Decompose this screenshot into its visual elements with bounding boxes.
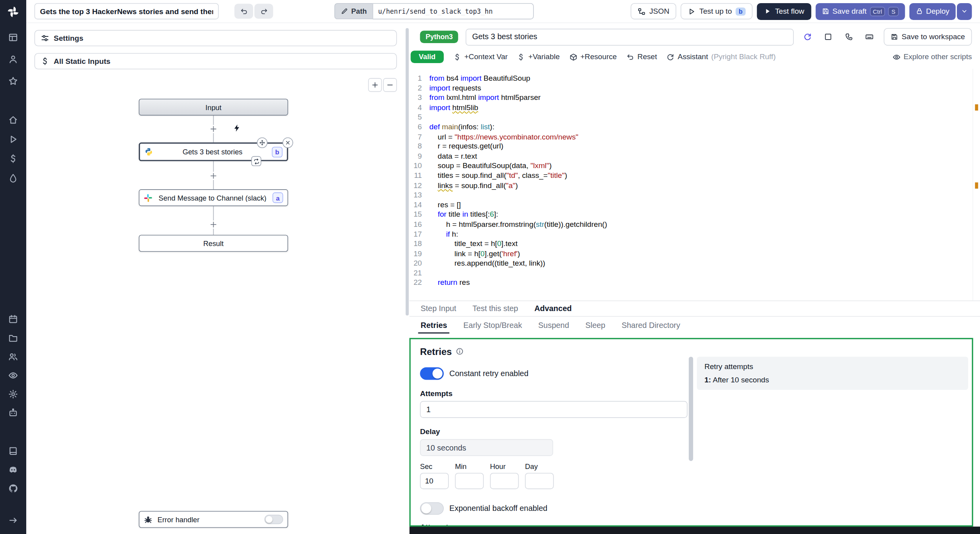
static-inputs-button[interactable]: All Static Inputs <box>34 53 397 69</box>
valid-badge: Valid <box>411 51 444 63</box>
save-draft-button[interactable]: Save draft Ctrl S <box>815 3 905 20</box>
eye-icon[interactable] <box>8 370 18 380</box>
folder-icon[interactable] <box>8 333 18 343</box>
add-context-var-button[interactable]: +Context Var <box>453 52 508 61</box>
delete-node-button[interactable] <box>283 138 293 148</box>
tab-step-input[interactable]: Step Input <box>412 301 464 316</box>
language-badge: Python3 <box>420 31 458 43</box>
info-icon[interactable] <box>456 347 464 355</box>
code-line: 8 r = requests.get(url) <box>409 142 980 152</box>
users-icon[interactable] <box>8 352 18 362</box>
flow-node-result[interactable]: Result <box>139 235 288 252</box>
worker-icon[interactable] <box>8 408 18 418</box>
flow-title-input[interactable] <box>34 3 219 19</box>
retries-scrollbar[interactable] <box>689 357 693 461</box>
sync-button[interactable] <box>801 31 813 43</box>
zoom-in-button[interactable] <box>368 78 382 92</box>
explore-other-scripts-button[interactable]: Explore other scripts <box>892 52 972 61</box>
subtab-retries[interactable]: Retries <box>412 317 455 333</box>
add-step-button[interactable] <box>209 172 218 180</box>
settings-label: Settings <box>54 34 83 42</box>
edit-path-button[interactable]: Path <box>334 3 372 19</box>
user-icon[interactable] <box>8 54 18 65</box>
phone-button[interactable] <box>842 31 855 43</box>
calendar-icon[interactable] <box>8 314 18 324</box>
test-up-to-button[interactable]: Test up to b <box>681 3 753 19</box>
unit-input-sec[interactable] <box>420 473 448 489</box>
deploy-button[interactable]: Deploy <box>909 3 956 20</box>
play-icon[interactable] <box>8 134 18 145</box>
trigger-lightning-icon[interactable] <box>232 124 241 132</box>
flow-node-step-a[interactable]: Send Message to Channel (slack) a <box>139 189 288 206</box>
subtab-early-stop-break[interactable]: Early Stop/Break <box>455 317 530 333</box>
grid-icon[interactable] <box>8 33 18 43</box>
retry-indicator-button[interactable] <box>251 156 261 167</box>
test-flow-button[interactable]: Test flow <box>757 3 811 20</box>
unit-input-day[interactable] <box>525 473 554 489</box>
pencil-icon <box>341 7 348 15</box>
lock-icon <box>915 7 923 15</box>
undo-button[interactable] <box>234 4 253 19</box>
panel-divider <box>405 23 409 534</box>
square-icon <box>824 33 832 41</box>
unit-input-hour[interactable] <box>490 473 519 489</box>
deploy-dropdown-button[interactable] <box>957 3 972 20</box>
dollar-icon[interactable] <box>8 154 18 164</box>
droplet-icon[interactable] <box>8 173 18 183</box>
tab-test-this-step[interactable]: Test this step <box>465 301 526 316</box>
unit-input-min[interactable] <box>455 473 484 489</box>
flow-canvas[interactable]: Settings All Static Inputs Input <box>26 23 405 534</box>
assistant-button[interactable]: Assistant (Pyright Black Ruff) <box>666 52 776 61</box>
panel-scrollbar[interactable] <box>406 28 409 315</box>
step-id-badge: a <box>272 192 283 203</box>
flow-settings-button[interactable]: Settings <box>34 30 397 46</box>
star-icon[interactable] <box>8 76 18 87</box>
json-button[interactable]: JSON <box>631 3 676 19</box>
editor-scrollbar[interactable] <box>973 69 980 300</box>
windmill-logo-icon[interactable] <box>7 5 20 18</box>
step-title-input[interactable] <box>466 29 793 45</box>
delay-input[interactable] <box>420 439 553 456</box>
assistant-detail: (Pyright Black Ruff) <box>711 52 775 61</box>
chevron-down-icon <box>961 7 968 15</box>
reset-button[interactable]: Reset <box>626 52 657 61</box>
deploy-label: Deploy <box>926 7 949 16</box>
add-step-button[interactable] <box>209 125 218 133</box>
subtab-suspend[interactable]: Suspend <box>530 317 577 333</box>
test-flow-label: Test flow <box>775 7 804 16</box>
warning-mark <box>975 104 978 110</box>
add-step-button[interactable] <box>209 221 218 229</box>
add-variable-button[interactable]: +Variable <box>517 52 560 61</box>
deploy-split-button: Deploy <box>909 3 972 20</box>
home-icon[interactable] <box>8 115 18 125</box>
book-icon[interactable] <box>8 446 18 456</box>
collapse-sidebar-button[interactable] <box>8 515 18 525</box>
topbar: Path JSON Test up to b Test flow <box>26 0 980 23</box>
code-line: 19 link = h[0].get('href') <box>409 249 980 259</box>
code-line: 5 <box>409 113 980 123</box>
exponential-backoff-toggle[interactable] <box>420 502 444 515</box>
subtab-shared-directory[interactable]: Shared Directory <box>613 317 688 333</box>
shortcuts-button[interactable] <box>863 31 875 43</box>
gear-icon[interactable] <box>8 389 18 399</box>
subtab-sleep[interactable]: Sleep <box>577 317 613 333</box>
add-resource-button[interactable]: +Resource <box>569 52 617 61</box>
path-input[interactable] <box>372 3 534 19</box>
error-handler-node[interactable]: Error handler <box>139 511 288 528</box>
flow-node-input[interactable]: Input <box>139 99 288 116</box>
error-handler-toggle[interactable] <box>264 515 283 524</box>
cube-icon <box>569 53 577 61</box>
zoom-out-button[interactable] <box>383 78 397 92</box>
move-node-button[interactable] <box>257 138 267 148</box>
attempts-input[interactable] <box>420 401 687 418</box>
expand-editor-button[interactable] <box>822 31 834 43</box>
constant-retry-toggle[interactable] <box>420 367 444 380</box>
retries-title: Retries <box>420 346 452 357</box>
code-editor[interactable]: 1from bs4 import BeautifulSoup2import re… <box>409 69 980 301</box>
node-label: Gets 3 best stories <box>157 148 268 156</box>
save-to-workspace-button[interactable]: Save to workspace <box>884 28 972 46</box>
discord-icon[interactable] <box>8 465 18 475</box>
github-icon[interactable] <box>8 483 18 494</box>
redo-button[interactable] <box>254 4 273 19</box>
tab-advanced[interactable]: Advanced <box>526 301 580 316</box>
